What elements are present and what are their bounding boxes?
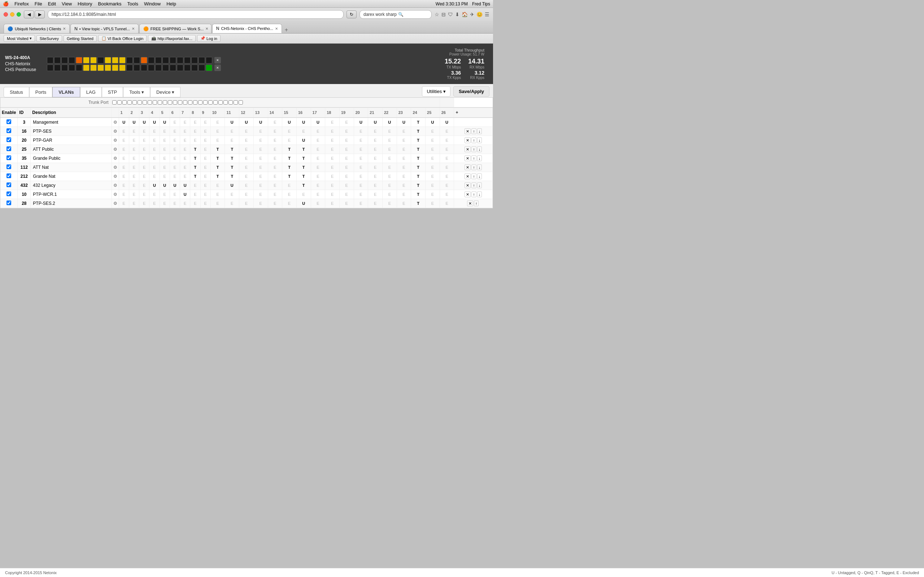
vlan-port-5-cell[interactable]: E <box>160 136 170 145</box>
reader-view-icon[interactable]: ⊟ <box>441 11 446 17</box>
vlan-port-25-cell[interactable]: E <box>426 172 440 181</box>
vlan-port-16-cell[interactable]: T <box>296 163 311 172</box>
vlan-port-9-cell[interactable]: E <box>200 190 210 199</box>
vlan-port-12-cell[interactable]: E <box>239 181 254 190</box>
vlan-port-5-cell[interactable]: E <box>160 154 170 163</box>
tab-chs-netonix[interactable]: N CHS-Netonix - CHS Pentho... ✕ <box>212 24 282 33</box>
vlan-port-14-cell[interactable]: E <box>268 190 282 199</box>
vlan-port-22-cell[interactable]: E <box>383 181 397 190</box>
vlan-port-19-cell[interactable]: E <box>339 127 354 136</box>
menu-icon[interactable]: ☰ <box>485 11 489 17</box>
vlan-gear-button[interactable]: ⚙ <box>111 136 119 145</box>
menu-edit[interactable]: Edit <box>48 1 56 6</box>
vlan-port-20-cell[interactable]: E <box>354 145 368 154</box>
vlan-port-7-cell[interactable]: E <box>180 163 190 172</box>
vlan-port-17-cell[interactable]: E <box>311 154 325 163</box>
vlan-move-down-button[interactable]: ↓ <box>477 174 482 179</box>
trunk-port-13[interactable] <box>173 100 177 105</box>
vlan-port-23-cell[interactable]: E <box>397 172 411 181</box>
vlan-port-18-cell[interactable]: E <box>325 127 340 136</box>
vlan-port-21-cell[interactable]: E <box>368 136 383 145</box>
vlan-port-12-cell[interactable]: E <box>239 145 254 154</box>
vlan-enable-checkbox[interactable] <box>6 147 11 151</box>
vlan-port-2-cell[interactable]: E <box>129 190 139 199</box>
vlan-move-up-button[interactable]: ↑ <box>472 155 477 161</box>
vlan-port-5-cell[interactable]: U <box>160 118 170 127</box>
back-button[interactable]: ◀ <box>24 10 34 18</box>
tab-tools[interactable]: Tools ▾ <box>123 87 150 97</box>
url-bar[interactable]: https://12.184.0.1:8085/main.html <box>48 10 344 19</box>
bookmark-sitesurvey[interactable]: SiteSurvey <box>36 35 62 42</box>
vlan-port-16-cell[interactable]: T <box>296 172 311 181</box>
vlan-port-23-cell[interactable]: E <box>397 190 411 199</box>
fullscreen-window-button[interactable] <box>16 12 21 16</box>
vlan-port-8-cell[interactable]: T <box>190 163 200 172</box>
vlan-port-18-cell[interactable]: E <box>325 199 340 208</box>
vlan-port-6-cell[interactable]: U <box>170 181 180 190</box>
vlan-port-14-cell[interactable]: E <box>268 136 282 145</box>
vlan-port-26-cell[interactable]: E <box>439 154 454 163</box>
vlan-port-24-cell[interactable]: T <box>411 181 426 190</box>
vlan-port-5-cell[interactable]: E <box>160 145 170 154</box>
tab-status[interactable]: Status <box>3 87 29 97</box>
vlan-actions-cell[interactable] <box>454 118 493 127</box>
tab-close-button-3[interactable]: ✕ <box>205 27 208 31</box>
vlan-port-16-cell[interactable]: E <box>296 127 311 136</box>
vlan-port-25-cell[interactable]: E <box>426 163 440 172</box>
vlan-port-20-cell[interactable]: U <box>354 118 368 127</box>
trunk-port-12[interactable] <box>168 100 172 105</box>
vlan-port-15-cell[interactable]: E <box>282 181 297 190</box>
vlan-port-7-cell[interactable]: E <box>180 172 190 181</box>
tab-view-topic[interactable]: N • View topic - VPLS Tunnel... ✕ <box>70 24 139 33</box>
vlan-port-22-cell[interactable]: E <box>383 145 397 154</box>
vlan-enable-checkbox[interactable] <box>6 128 11 133</box>
vlan-port-2-cell[interactable]: U <box>129 118 139 127</box>
vlan-move-up-button[interactable]: ↑ <box>472 164 477 170</box>
trunk-port-7[interactable] <box>142 100 147 105</box>
vlan-enable-cell[interactable] <box>0 163 18 172</box>
search-bar[interactable]: darex work sharp 🔍 <box>360 10 432 19</box>
download-icon[interactable]: ⬇ <box>455 11 459 17</box>
vlan-port-18-cell[interactable]: E <box>325 172 340 181</box>
vlan-port-24-cell[interactable]: T <box>411 136 426 145</box>
vlan-port-25-cell[interactable]: E <box>426 154 440 163</box>
vlan-enable-checkbox[interactable] <box>6 119 11 124</box>
send-icon[interactable]: ✈ <box>470 11 474 17</box>
vlan-move-up-button[interactable]: ↑ <box>472 174 477 179</box>
vlan-actions-cell[interactable]: ✕↑↓ <box>454 154 493 163</box>
vlan-port-3-cell[interactable]: E <box>139 154 149 163</box>
vlan-port-22-cell[interactable]: E <box>383 154 397 163</box>
vlan-port-6-cell[interactable]: E <box>170 190 180 199</box>
vlan-port-4-cell[interactable]: E <box>149 163 160 172</box>
tab-close-button-4[interactable]: ✕ <box>275 27 278 31</box>
vlan-port-23-cell[interactable]: E <box>397 136 411 145</box>
vlan-port-20-cell[interactable]: E <box>354 190 368 199</box>
vlan-port-22-cell[interactable]: E <box>383 127 397 136</box>
vlan-port-4-cell[interactable]: E <box>149 190 160 199</box>
vlan-port-3-cell[interactable]: U <box>139 118 149 127</box>
vlan-port-2-cell[interactable]: E <box>129 172 139 181</box>
vlan-port-3-cell[interactable]: E <box>139 172 149 181</box>
tab-close-button-2[interactable]: ✕ <box>132 27 135 31</box>
vlan-enable-cell[interactable] <box>0 172 18 181</box>
vlan-port-11-cell[interactable]: T <box>225 154 239 163</box>
vlan-port-14-cell[interactable]: E <box>268 181 282 190</box>
vlan-port-21-cell[interactable]: E <box>368 145 383 154</box>
vlan-port-14-cell[interactable]: E <box>268 154 282 163</box>
vlan-port-15-cell[interactable]: E <box>282 127 297 136</box>
menu-file[interactable]: File <box>35 1 42 6</box>
vlan-port-22-cell[interactable]: E <box>383 172 397 181</box>
vlan-port-13-cell[interactable]: E <box>254 190 268 199</box>
vlan-port-22-cell[interactable]: E <box>383 163 397 172</box>
vlan-port-4-cell[interactable]: E <box>149 127 160 136</box>
vlan-gear-button[interactable]: ⚙ <box>111 199 119 208</box>
vlan-port-25-cell[interactable]: E <box>426 136 440 145</box>
vlan-port-21-cell[interactable]: U <box>368 118 383 127</box>
vlan-port-12-cell[interactable]: E <box>239 127 254 136</box>
vlan-port-2-cell[interactable]: E <box>129 181 139 190</box>
vlan-port-12-cell[interactable]: E <box>239 136 254 145</box>
vlan-port-7-cell[interactable]: E <box>180 199 190 208</box>
vlan-port-14-cell[interactable]: E <box>268 145 282 154</box>
trunk-port-6[interactable] <box>137 100 142 105</box>
vlan-port-17-cell[interactable]: E <box>311 136 325 145</box>
